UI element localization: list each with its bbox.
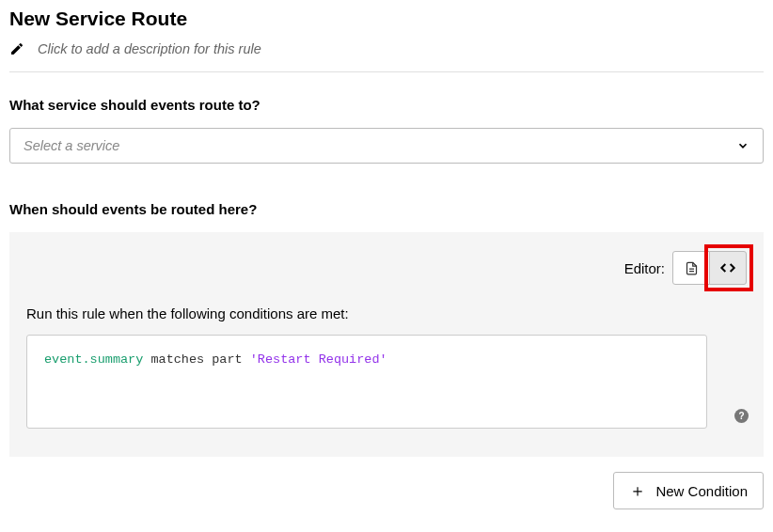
description-placeholder: Click to add a description for this rule [38,41,261,56]
code-token-operator: matches part [150,352,242,367]
code-icon [718,260,737,275]
condition-code-editor[interactable]: event.summary matches part 'Restart Requ… [26,335,707,429]
document-icon [685,260,699,276]
editor-toggle [672,251,747,285]
help-icon[interactable]: ? [734,409,749,423]
description-row[interactable]: Click to add a description for this rule [9,41,764,72]
plus-icon: ＋ [629,482,646,499]
editor-code-button[interactable] [709,251,747,285]
code-token-value: 'Restart Required' [250,352,387,367]
code-token-path: event.summary [44,352,143,367]
service-section-label: What service should events route to? [9,97,764,113]
editor-form-button[interactable] [672,251,710,285]
new-condition-label: New Condition [655,483,748,499]
conditions-section-label: When should events be routed here? [9,201,764,217]
page-title: New Service Route [9,8,764,30]
editor-toggle-row: Editor: [26,251,747,285]
chevron-down-icon [736,139,749,152]
editor-label: Editor: [624,260,665,276]
rule-intro-text: Run this rule when the following conditi… [26,305,747,321]
pencil-icon [9,41,24,56]
service-select[interactable]: Select a service [9,128,764,164]
conditions-panel: Editor: [9,232,764,457]
new-condition-button[interactable]: ＋ New Condition [613,472,764,509]
service-select-placeholder: Select a service [24,138,119,153]
footer-row: ＋ New Condition [9,472,764,509]
